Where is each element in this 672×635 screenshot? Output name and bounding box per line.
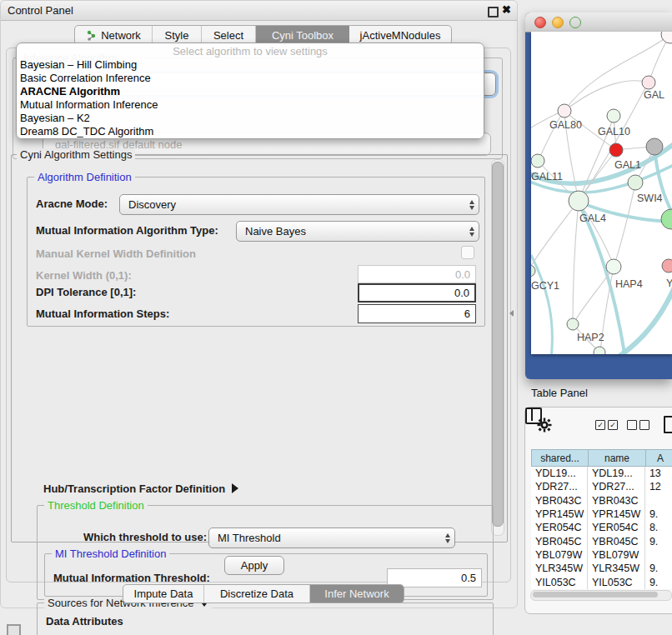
table-row[interactable]: YIL053C YIL053C 9.	[531, 575, 672, 588]
network-node-hap4[interactable]	[606, 259, 621, 274]
table-row[interactable]: YER054C YER054C 8.	[531, 521, 672, 534]
table-row[interactable]: YDL19... YDL19... 13	[531, 467, 672, 480]
network-edge[interactable]	[574, 268, 614, 323]
node-label: GAL	[644, 89, 664, 101]
manual-kernel-checkbox[interactable]	[461, 246, 474, 259]
network-node-gal4[interactable]	[569, 191, 589, 211]
cell-shared-name: YBR045C	[531, 534, 588, 548]
dpi-tolerance-field[interactable]: 0.0	[358, 283, 476, 302]
node-label: GAL80	[549, 119, 582, 131]
tab-label: Discretize Data	[220, 588, 293, 600]
node-label: HAP4	[615, 278, 643, 290]
tab-cyni-toolbox[interactable]: Cyni Toolbox	[256, 26, 349, 44]
tab-network[interactable]: Network	[75, 26, 153, 44]
network-node-gcy1[interactable]	[531, 265, 535, 277]
network-edge[interactable]	[573, 202, 579, 323]
tab-select[interactable]: Select	[202, 26, 256, 44]
cell-shared-name: YDL19...	[531, 467, 588, 480]
unchecked-checkbox-icon[interactable]	[639, 420, 649, 430]
checked-checkbox-icon[interactable]: ✓	[595, 420, 605, 430]
unchecked-checkbox-icon[interactable]	[627, 420, 637, 430]
cell-name: YIL053C	[588, 575, 645, 588]
cell-value	[645, 494, 672, 508]
network-node-gal11[interactable]	[531, 154, 544, 168]
which-threshold-combo[interactable]: MI Threshold	[208, 528, 455, 548]
table-horizontal-scrollbar[interactable]	[530, 590, 672, 601]
table-panel: ✓ ✓ shared... name A YDL19... YDL19... 1…	[524, 407, 672, 614]
dropdown-item[interactable]: Mutual Information Inference	[20, 98, 158, 112]
network-node-gal10[interactable]	[607, 109, 620, 122]
network-edge[interactable]	[614, 183, 635, 268]
which-threshold-label: Which threshold to use:	[83, 531, 207, 543]
dropdown-item[interactable]: Bayesian – K2	[20, 112, 90, 125]
cell-value: 8.	[645, 521, 672, 534]
dropdown-item-selected[interactable]: ARACNE Algorithm	[20, 85, 120, 98]
file-icon[interactable]	[664, 416, 672, 433]
network-node-red[interactable]	[609, 143, 623, 157]
tab-discretize-data[interactable]: Discretize Data	[204, 585, 310, 602]
table-row[interactable]: YLR345W YLR345W 9.	[531, 562, 672, 575]
docked-panel-icon[interactable]	[7, 624, 21, 635]
node-attribute-table: shared... name A YDL19... YDL19... 13 YD…	[531, 449, 672, 589]
cell-value: 9.	[645, 508, 672, 521]
combo-value: Naive Bayes	[245, 225, 306, 238]
gear-icon[interactable]	[537, 418, 552, 432]
column-header[interactable]: name	[588, 449, 645, 467]
network-edge[interactable]	[531, 201, 579, 270]
table-row[interactable]: YBR043C YBR043C	[531, 494, 672, 508]
float-window-icon[interactable]	[488, 7, 499, 18]
tab-style[interactable]: Style	[153, 26, 202, 44]
stepper-icon	[469, 200, 474, 210]
table-row[interactable]: YBR045C YBR045C 9.	[531, 534, 672, 548]
field-value: 0.5	[461, 572, 476, 584]
panel-collapse-arrow-icon[interactable]	[509, 310, 514, 317]
network-window-titlebar[interactable]	[525, 12, 672, 32]
cyni-algorithm-settings-group: Cyni Algorithm Settings Algorithm Defini…	[11, 154, 508, 542]
tab-jactivemnodules[interactable]: jActiveMNodules	[349, 26, 451, 44]
zoom-button[interactable]	[569, 17, 581, 28]
settings-scrollbar-thumb[interactable]	[492, 162, 504, 527]
checked-checkbox-icon[interactable]: ✓	[608, 420, 618, 430]
network-node[interactable]	[594, 347, 605, 354]
apply-button[interactable]: Apply	[224, 556, 284, 575]
network-edge[interactable]	[654, 148, 672, 217]
close-icon[interactable]: ✖	[502, 3, 511, 16]
dropdown-item[interactable]: Dream8 DC_TDC Algorithm	[20, 125, 153, 138]
kernel-width-field[interactable]: 0.0	[358, 265, 476, 283]
tab-infer-network[interactable]: Infer Network	[310, 585, 404, 602]
table-header-row: shared... name A	[531, 449, 672, 467]
cell-name: YBR043C	[588, 494, 645, 508]
cell-value: 12	[645, 480, 672, 493]
table-row[interactable]: YPR145W YPR145W 9.	[531, 508, 672, 521]
network-node-gal1[interactable]	[628, 175, 643, 190]
minimize-button[interactable]	[552, 17, 564, 28]
network-node[interactable]	[661, 209, 672, 229]
mi-steps-field[interactable]: 6	[358, 304, 476, 323]
cell-value: 9.	[645, 562, 672, 575]
network-node[interactable]	[661, 32, 672, 43]
node-label: GCY1	[531, 280, 559, 292]
network-node[interactable]	[642, 76, 655, 89]
network-node-gal80[interactable]	[558, 104, 571, 118]
aracne-mode-combo[interactable]: Discovery	[119, 194, 479, 215]
horizontal-scrollbar-thumb[interactable]	[533, 592, 658, 598]
cell-name: YLR345W	[588, 562, 645, 575]
network-canvas[interactable]: GAL GAL80 GAL10 GAL1 GAL11 SWI4 GAL4 GCY…	[531, 32, 672, 354]
cell-value: 13	[645, 467, 672, 480]
network-node[interactable]	[662, 259, 672, 272]
network-node-gray[interactable]	[646, 138, 663, 155]
dropdown-item[interactable]: Basic Correlation Inference	[20, 72, 151, 85]
column-header[interactable]: shared...	[531, 449, 588, 467]
table-row[interactable]: YBL079W YBL079W	[531, 548, 672, 562]
column-header[interactable]: A	[645, 449, 672, 467]
mi-type-combo[interactable]: Naive Bayes	[236, 221, 479, 242]
tab-impute-data[interactable]: Impute Data	[123, 585, 204, 602]
table-row[interactable]: YDR27... YDR27... 12	[531, 480, 672, 493]
node-label: Y	[666, 278, 672, 289]
close-button[interactable]	[534, 17, 546, 28]
dropdown-item[interactable]: Bayesian – Hill Climbing	[20, 58, 137, 72]
mi-type-label: Mutual Information Algorithm Type:	[36, 224, 218, 237]
network-node-hap2[interactable]	[567, 318, 579, 330]
field-value: 0.0	[454, 287, 469, 299]
hub-tf-expander[interactable]: Hub/Transcription Factor Definition	[43, 482, 238, 495]
